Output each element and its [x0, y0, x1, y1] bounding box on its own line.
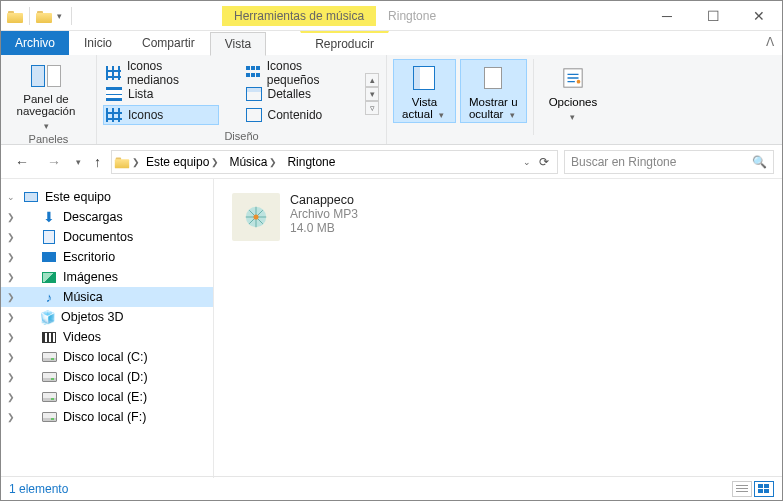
drive-icon — [41, 350, 57, 364]
navigation-pane-label: Panel de navegación — [17, 93, 76, 117]
file-name: Canappeco — [290, 193, 358, 207]
qat-open-icon[interactable] — [36, 9, 52, 23]
layout-small-icons[interactable]: Iconos pequeños — [243, 63, 361, 83]
layout-list[interactable]: Lista — [103, 84, 219, 104]
breadcrumb-label: Ringtone — [287, 155, 335, 169]
navigation-pane-icon — [25, 63, 67, 89]
music-icon: ♪ — [41, 290, 57, 304]
layout-content[interactable]: Contenido — [243, 105, 361, 125]
tree-item-desktop[interactable]: ❯Escritorio — [1, 247, 213, 267]
tree-item-documents[interactable]: ❯Documentos — [1, 227, 213, 247]
tree-item-drive-f[interactable]: ❯Disco local (F:) — [1, 407, 213, 427]
separator — [533, 59, 534, 135]
title-bar: ▾ Herramientas de música Ringtone ─ ☐ ✕ — [1, 1, 782, 31]
tree-label: Este equipo — [45, 190, 111, 204]
medium-icons-icon — [106, 66, 121, 80]
nav-up-button[interactable]: ↑ — [90, 154, 105, 170]
pictures-icon — [41, 270, 57, 284]
options-button[interactable]: Opciones ▾ — [540, 59, 607, 125]
layout-gallery-scroll[interactable]: ▴ ▾ ▿ — [365, 73, 380, 115]
window-title: Ringtone — [388, 9, 436, 23]
minimize-button[interactable]: ─ — [644, 1, 690, 31]
file-item[interactable]: Canappeco Archivo MP3 14.0 MB — [232, 193, 764, 241]
search-placeholder: Buscar en Ringtone — [571, 155, 676, 169]
gallery-expand-icon[interactable]: ▿ — [365, 101, 379, 115]
desktop-icon — [41, 250, 57, 264]
ribbon-group-panels: Panel de navegación ▾ Paneles — [1, 55, 97, 144]
scroll-up-icon[interactable]: ▴ — [365, 73, 379, 87]
tree-label: Objetos 3D — [61, 310, 124, 324]
expand-icon[interactable]: ❯ — [7, 312, 15, 322]
maximize-button[interactable]: ☐ — [690, 1, 736, 31]
group-label-layout: Diseño — [103, 128, 380, 144]
tab-play[interactable]: Reproducir — [300, 31, 389, 55]
expand-icon[interactable]: ❯ — [7, 412, 15, 422]
expand-icon[interactable]: ❯ — [7, 212, 15, 222]
breadcrumb-dropdown-icon[interactable]: ⌄ — [523, 157, 531, 167]
body-split: ⌄ Este equipo ❯⬇Descargas ❯Documentos ❯E… — [1, 179, 782, 478]
file-size: 14.0 MB — [290, 221, 358, 235]
qat-separator — [71, 7, 72, 25]
nav-back-button[interactable]: ← — [9, 149, 35, 175]
breadcrumb-label: Este equipo — [146, 155, 209, 169]
close-button[interactable]: ✕ — [736, 1, 782, 31]
content-pane[interactable]: Canappeco Archivo MP3 14.0 MB — [214, 179, 782, 478]
tab-home[interactable]: Inicio — [69, 31, 127, 55]
expand-icon[interactable]: ❯ — [7, 252, 15, 262]
expand-icon[interactable]: ❯ — [7, 232, 15, 242]
tree-item-downloads[interactable]: ❯⬇Descargas — [1, 207, 213, 227]
expand-icon[interactable]: ❯ — [7, 292, 15, 302]
navigation-pane-button[interactable]: Panel de navegación ▾ — [7, 59, 85, 131]
tree-item-drive-d[interactable]: ❯Disco local (D:) — [1, 367, 213, 387]
layout-icons[interactable]: Iconos — [103, 105, 219, 125]
expand-icon[interactable]: ❯ — [7, 332, 15, 342]
search-box[interactable]: Buscar en Ringtone 🔍 — [564, 150, 774, 174]
layout-medium-icons[interactable]: Iconos medianos — [103, 63, 219, 83]
expand-icon[interactable]: ❯ — [7, 392, 15, 402]
layout-label: Detalles — [268, 87, 311, 101]
expand-icon[interactable]: ❯ — [7, 372, 15, 382]
refresh-button[interactable]: ⟳ — [533, 155, 555, 169]
status-bar: 1 elemento — [1, 476, 782, 500]
tree-item-music[interactable]: ❯♪Música — [1, 287, 213, 307]
layout-label: Lista — [128, 87, 153, 101]
tree-item-pictures[interactable]: ❯Imágenes — [1, 267, 213, 287]
navigation-pane[interactable]: ⌄ Este equipo ❯⬇Descargas ❯Documentos ❯E… — [1, 179, 214, 478]
file-thumbnail — [232, 193, 280, 241]
address-bar-row: ← → ▾ ↑ ❯ Este equipo❯ Música❯ Ringtone … — [1, 145, 782, 179]
breadcrumb-segment[interactable]: Ringtone — [283, 155, 339, 169]
file-meta: Canappeco Archivo MP3 14.0 MB — [290, 193, 358, 235]
group-label-empty — [393, 140, 606, 144]
show-hide-button[interactable]: Mostrar u ocultar ▾ — [460, 59, 527, 123]
breadcrumb-segment[interactable]: Música❯ — [225, 155, 281, 169]
breadcrumb-chevron-icon[interactable]: ❯ — [132, 157, 140, 167]
scroll-down-icon[interactable]: ▾ — [365, 87, 379, 101]
icons-view-icon — [758, 484, 770, 494]
breadcrumb[interactable]: ❯ Este equipo❯ Música❯ Ringtone ⌄ ⟳ — [111, 150, 558, 174]
expand-icon[interactable]: ❯ — [7, 352, 15, 362]
breadcrumb-segment[interactable]: Este equipo❯ — [142, 155, 223, 169]
ribbon-collapse-button[interactable]: ᐱ — [766, 35, 774, 49]
layout-details[interactable]: Detalles — [243, 84, 361, 104]
list-icon — [106, 87, 122, 101]
expand-icon[interactable]: ❯ — [7, 272, 15, 282]
status-details-view-button[interactable] — [732, 481, 752, 497]
collapse-icon[interactable]: ⌄ — [7, 192, 15, 202]
nav-forward-button[interactable]: → — [41, 149, 67, 175]
tree-item-drive-e[interactable]: ❯Disco local (E:) — [1, 387, 213, 407]
ribbon-group-view-opts: Vista actual ▾ Mostrar u ocultar ▾ Opcio… — [387, 55, 612, 144]
tree-item-3d-objects[interactable]: ❯🧊Objetos 3D — [1, 307, 213, 327]
tab-share[interactable]: Compartir — [127, 31, 210, 55]
tree-label: Escritorio — [63, 250, 115, 264]
status-icons-view-button[interactable] — [754, 481, 774, 497]
tree-item-drive-c[interactable]: ❯Disco local (C:) — [1, 347, 213, 367]
qat-dropdown-icon[interactable]: ▾ — [54, 11, 65, 21]
current-view-button[interactable]: Vista actual ▾ — [393, 59, 456, 123]
chevron-down-icon: ▾ — [567, 112, 578, 122]
tree-root-este-equipo[interactable]: ⌄ Este equipo — [1, 187, 213, 207]
chevron-down-icon: ▾ — [507, 110, 518, 120]
tree-item-videos[interactable]: ❯Videos — [1, 327, 213, 347]
history-dropdown-icon[interactable]: ▾ — [73, 157, 84, 167]
tab-view[interactable]: Vista — [210, 32, 266, 56]
tab-file[interactable]: Archivo — [1, 31, 69, 55]
